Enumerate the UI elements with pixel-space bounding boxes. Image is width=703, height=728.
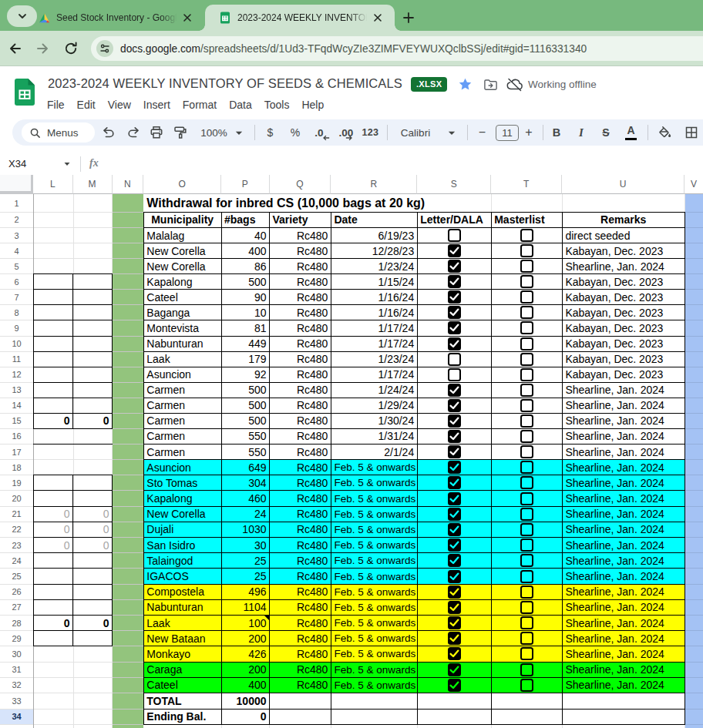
column-header-V[interactable]: V (684, 175, 703, 194)
cell-Q4[interactable]: Rc480 (273, 243, 328, 259)
move-folder-icon[interactable] (483, 78, 498, 92)
redo-icon[interactable] (126, 126, 140, 139)
cell-P29[interactable]: 200 (224, 631, 267, 646)
cell-R20[interactable]: Feb. 5 & onwards (334, 491, 414, 506)
cell-L15[interactable]: 0 (36, 413, 70, 428)
checkbox-masterlist-r28[interactable] (520, 616, 533, 629)
checkbox-letter-dala-r18[interactable] (448, 461, 461, 474)
cell-O30[interactable]: Monkayo (146, 646, 218, 662)
cell-U28[interactable]: Shearline, Jan. 2024 (565, 616, 681, 631)
cell-O34[interactable]: Ending Bal. (146, 709, 218, 724)
checkbox-letter-dala-r23[interactable] (448, 538, 461, 552)
cell-R24[interactable]: Feb. 5 & onwards (334, 553, 414, 569)
cell-P28[interactable]: 100 (224, 616, 267, 631)
cell-P4[interactable]: 400 (224, 243, 267, 259)
cell-P16[interactable]: 550 (224, 428, 267, 444)
checkbox-letter-dala-r27[interactable] (448, 601, 461, 614)
column-header-S[interactable]: S (417, 175, 491, 194)
font-size-box[interactable]: 11 (496, 125, 519, 141)
cell-Q10[interactable]: Rc480 (273, 336, 328, 351)
row-header-34[interactable]: 34 (0, 709, 33, 724)
cell-U11[interactable]: Kabayan, Dec. 2023 (565, 351, 681, 367)
cell-P30[interactable]: 426 (224, 646, 267, 662)
forward-icon[interactable] (35, 41, 50, 56)
cell-P18[interactable]: 649 (224, 460, 267, 475)
menu-data[interactable]: Data (223, 96, 258, 115)
cell-R17[interactable]: 2/1/24 (334, 445, 414, 460)
menu-insert[interactable]: Insert (137, 96, 177, 115)
row-header-14[interactable]: 14 (0, 398, 33, 413)
cell-T2[interactable]: Masterlist (494, 212, 559, 227)
cell-R21[interactable]: Feb. 5 & onwards (334, 506, 414, 522)
cell-Q9[interactable]: Rc480 (273, 320, 328, 336)
row-header-4[interactable]: 4 (0, 243, 33, 259)
checkbox-masterlist-r7[interactable] (520, 290, 533, 304)
row-header-28[interactable]: 28 (0, 616, 33, 631)
checkbox-masterlist-r23[interactable] (520, 538, 533, 552)
cell-Q30[interactable]: Rc480 (273, 646, 328, 662)
cell-M15[interactable]: 0 (76, 413, 109, 428)
cell-U26[interactable]: Shearline, Jan. 2024 (565, 584, 681, 599)
checkbox-letter-dala-r21[interactable] (448, 508, 461, 521)
checkbox-masterlist-r13[interactable] (520, 384, 533, 397)
format-currency-button[interactable]: $ (267, 119, 274, 146)
cell-R13[interactable]: 1/24/24 (334, 382, 414, 398)
cell-O17[interactable]: Carmen (146, 445, 218, 460)
cell-P11[interactable]: 179 (224, 351, 267, 367)
cell-R18[interactable]: Feb. 5 & onwards (334, 460, 414, 475)
cell-P31[interactable]: 200 (224, 662, 267, 677)
checkbox-letter-dala-r15[interactable] (448, 414, 461, 428)
row-header-9[interactable]: 9 (0, 320, 33, 336)
cell-O8[interactable]: Baganga (146, 305, 218, 320)
cell-Q7[interactable]: Rc480 (273, 290, 328, 305)
cell-P27[interactable]: 1104 (224, 599, 267, 615)
checkbox-masterlist-r4[interactable] (520, 244, 533, 257)
cell-R31[interactable]: Feb. 5 & onwards (334, 662, 414, 677)
checkbox-letter-dala-r13[interactable] (448, 384, 461, 397)
checkbox-letter-dala-r26[interactable] (448, 585, 461, 599)
cell-U20[interactable]: Shearline, Jan. 2024 (565, 491, 681, 506)
cell-R8[interactable]: 1/16/24 (334, 305, 414, 320)
cell-U18[interactable]: Shearline, Jan. 2024 (565, 460, 681, 475)
cell-P6[interactable]: 500 (224, 274, 267, 290)
checkbox-masterlist-r21[interactable] (520, 508, 533, 521)
cell-O23[interactable]: San Isidro (146, 538, 218, 553)
checkbox-masterlist-r24[interactable] (520, 554, 533, 567)
checkbox-masterlist-r12[interactable] (520, 368, 533, 381)
row-header-18[interactable]: 18 (0, 460, 33, 475)
cell-O28[interactable]: Laak (146, 616, 218, 631)
cell-P5[interactable]: 86 (224, 259, 267, 274)
cell-P10[interactable]: 449 (224, 336, 267, 351)
checkbox-masterlist-r16[interactable] (520, 430, 533, 443)
cell-Q19[interactable]: Rc480 (273, 475, 328, 491)
menu-edit[interactable]: Edit (71, 96, 102, 115)
cell-Q6[interactable]: Rc480 (273, 274, 328, 290)
row-header-12[interactable]: 12 (0, 367, 33, 382)
checkbox-letter-dala-r10[interactable] (448, 337, 461, 351)
row-header-30[interactable]: 30 (0, 646, 33, 662)
cell-O18[interactable]: Asuncion (146, 460, 218, 475)
cell-R9[interactable]: 1/17/24 (334, 320, 414, 336)
column-header-L[interactable]: L (33, 175, 73, 194)
cell-Q22[interactable]: Rc480 (273, 522, 328, 537)
checkbox-masterlist-r25[interactable] (520, 570, 533, 583)
cell-P13[interactable]: 500 (224, 382, 267, 398)
increase-font-size-button[interactable]: + (525, 119, 532, 146)
checkbox-letter-dala-r7[interactable] (448, 290, 461, 304)
row-header-5[interactable]: 5 (0, 259, 33, 274)
row-header-23[interactable]: 23 (0, 538, 33, 553)
strikethrough-button[interactable]: S (602, 119, 609, 146)
cell-P33[interactable]: 10000 (224, 693, 267, 709)
sheets-file-icon[interactable] (15, 79, 35, 106)
cell-O27[interactable]: Nabunturan (146, 599, 218, 615)
checkbox-letter-dala-r3[interactable] (448, 229, 461, 242)
checkbox-letter-dala-r24[interactable] (448, 554, 461, 567)
menu-file[interactable]: File (41, 96, 71, 115)
cell-P19[interactable]: 304 (224, 475, 267, 491)
checkbox-letter-dala-r9[interactable] (448, 321, 461, 334)
cell-P26[interactable]: 496 (224, 584, 267, 599)
checkbox-letter-dala-r5[interactable] (448, 260, 461, 273)
checkbox-masterlist-r5[interactable] (520, 260, 533, 273)
checkbox-letter-dala-r31[interactable] (448, 663, 461, 676)
cell-O24[interactable]: Talaingod (146, 553, 218, 569)
